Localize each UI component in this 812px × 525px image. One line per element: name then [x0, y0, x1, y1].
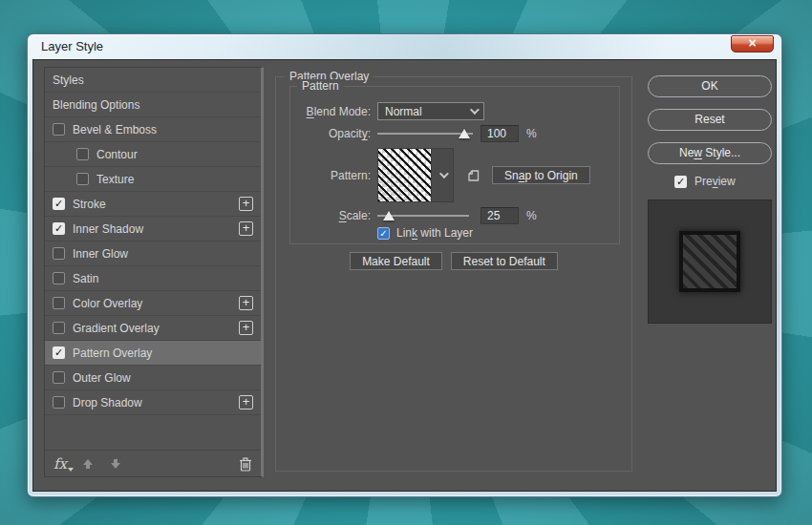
sidebar-item-inner-glow[interactable]: Inner Glow — [45, 242, 261, 266]
blend-mode-label: Blend Mode: — [298, 105, 371, 118]
preview-label: Preview — [694, 175, 736, 188]
pattern-label: Pattern: — [298, 169, 371, 182]
defaults-row: Make Default Reset to Default — [276, 252, 631, 270]
window-title: Layer Style — [41, 39, 103, 53]
check-icon: ✓ — [379, 228, 387, 239]
opacity-slider[interactable] — [377, 133, 473, 135]
sidebar-item-label: Outer Glow — [73, 371, 131, 385]
pattern-picker[interactable] — [377, 148, 454, 202]
sidebar-item-label: Pattern Overlay — [73, 346, 152, 360]
scale-slider[interactable] — [377, 215, 469, 217]
opacity-label: Opacity: — [298, 127, 371, 140]
checkbox[interactable]: ✓ — [53, 222, 65, 235]
blend-mode-value: Normal — [385, 105, 422, 118]
sidebar-item-label: Gradient Overlay — [73, 322, 160, 335]
check-icon: ✓ — [676, 176, 685, 187]
style-preview-box — [648, 200, 772, 324]
sidebar-item-blending-options[interactable]: Blending Options — [45, 93, 261, 117]
preview-row: ✓ Preview — [674, 175, 736, 188]
sidebar-item-pattern-overlay[interactable]: ✓ Pattern Overlay — [45, 341, 261, 366]
delete-effect-icon[interactable] — [239, 456, 252, 472]
sidebar-item-texture[interactable]: Texture — [45, 167, 261, 192]
scale-label: Scale: — [298, 209, 371, 222]
snap-to-origin-button[interactable]: Snap to Origin — [492, 166, 590, 184]
opacity-unit: % — [526, 127, 537, 140]
sidebar-item-label: Inner Glow — [73, 247, 128, 261]
scale-slider-thumb[interactable] — [383, 211, 395, 220]
checkbox[interactable] — [76, 148, 89, 160]
checkbox[interactable]: ✓ — [53, 198, 65, 210]
title-bar[interactable]: Layer Style × — [28, 34, 781, 59]
sidebar-item-stroke[interactable]: ✓ Stroke + — [45, 192, 261, 217]
sidebar-item-label: Blending Options — [53, 98, 139, 112]
opacity-input[interactable] — [481, 125, 519, 142]
checkbox[interactable] — [53, 272, 65, 284]
sidebar-item-label: Contour — [96, 148, 138, 161]
sidebar-item-satin[interactable]: Satin — [45, 266, 261, 291]
sidebar-item-drop-shadow[interactable]: Drop Shadow + — [45, 390, 261, 415]
sidebar-item-inner-shadow[interactable]: ✓ Inner Shadow + — [45, 217, 261, 242]
checkbox[interactable] — [53, 297, 65, 309]
new-pattern-preset-icon[interactable] — [466, 168, 481, 183]
scale-unit: % — [526, 209, 537, 222]
sidebar-item-label: Satin — [73, 272, 98, 285]
dialog-content: Styles Blending Options Bevel & Emboss C… — [32, 59, 777, 492]
checkbox[interactable] — [53, 396, 65, 409]
sidebar-item-label: Drop Shadow — [73, 396, 142, 410]
pattern-overlay-group: Pattern Overlay Pattern Blend Mode: Norm… — [275, 76, 632, 472]
ok-button[interactable]: OK — [648, 75, 772, 97]
blend-mode-dropdown[interactable]: Normal — [377, 102, 484, 120]
sidebar-item-styles[interactable]: Styles — [45, 68, 261, 93]
add-effect-icon[interactable]: + — [239, 321, 253, 335]
scale-input[interactable] — [481, 207, 519, 224]
checkbox[interactable] — [53, 322, 65, 334]
sidebar-item-gradient-overlay[interactable]: Gradient Overlay + — [45, 316, 261, 341]
checkbox[interactable] — [53, 371, 65, 384]
sidebar-item-outer-glow[interactable]: Outer Glow — [45, 366, 261, 390]
sidebar-item-label: Bevel & Emboss — [73, 123, 157, 136]
style-preview-swatch — [679, 231, 740, 292]
close-button[interactable]: × — [731, 35, 774, 52]
checkbox[interactable] — [76, 173, 89, 185]
add-effect-icon[interactable]: + — [239, 296, 253, 310]
reset-to-default-button[interactable]: Reset to Default — [451, 252, 558, 270]
make-default-button[interactable]: Make Default — [350, 252, 442, 270]
sidebar-item-bevel-emboss[interactable]: Bevel & Emboss — [45, 117, 261, 142]
add-effect-icon[interactable]: + — [239, 221, 253, 236]
chevron-down-icon — [438, 169, 448, 178]
pattern-subgroup: Pattern Blend Mode: Normal Opacity: % — [289, 86, 620, 244]
link-with-layer-checkbox[interactable]: ✓ — [377, 227, 390, 240]
sidebar-item-label: Styles — [53, 74, 84, 87]
opacity-slider-thumb[interactable] — [459, 129, 470, 138]
reset-button[interactable]: Reset — [648, 109, 772, 131]
new-style-button[interactable]: New Style... — [648, 142, 772, 164]
sidebar-footer: fx — [45, 450, 261, 476]
link-with-layer-label: Link with Layer — [396, 226, 473, 240]
sidebar-item-contour[interactable]: Contour — [45, 142, 261, 167]
sidebar-item-label: Inner Shadow — [73, 222, 143, 236]
checkbox[interactable] — [53, 247, 65, 260]
sidebar-item-label: Color Overlay — [73, 297, 142, 310]
move-effect-up-icon[interactable] — [81, 457, 95, 471]
style-list: Styles Blending Options Bevel & Emboss C… — [45, 68, 261, 450]
checkbox[interactable]: ✓ — [53, 346, 65, 359]
close-icon: × — [748, 35, 756, 51]
preview-checkbox[interactable]: ✓ — [674, 176, 687, 188]
sidebar-item-label: Texture — [96, 173, 134, 186]
add-effect-icon[interactable]: + — [239, 197, 253, 211]
checkbox[interactable] — [53, 123, 65, 136]
sidebar-item-label: Stroke — [73, 198, 106, 211]
link-with-layer-row: ✓ Link with Layer — [377, 226, 473, 240]
pattern-swatch — [378, 149, 432, 201]
add-effect-icon[interactable]: + — [239, 395, 253, 410]
chevron-down-icon — [470, 105, 480, 115]
pattern-picker-chevron[interactable] — [432, 149, 453, 201]
styles-sidebar: Styles Blending Options Bevel & Emboss C… — [44, 67, 264, 477]
move-effect-down-icon[interactable] — [109, 457, 122, 471]
sidebar-item-color-overlay[interactable]: Color Overlay + — [45, 291, 261, 316]
fx-menu-button[interactable]: fx — [53, 455, 67, 472]
layer-style-dialog: Layer Style × Styles Blending Options Be… — [27, 33, 782, 497]
subgroup-title: Pattern — [297, 79, 344, 93]
